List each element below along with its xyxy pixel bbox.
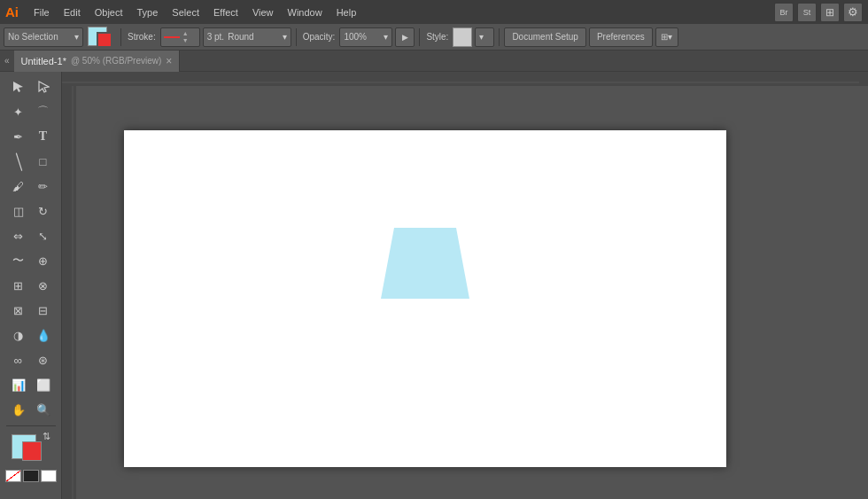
main-area: ✦ ⌒ ✒ T ╱ □ 🖌 ✏ ◫ ↻ ⇔ ⤡ 〜 ⊕ ⊞ ⊗ xyxy=(0,72,868,499)
scale-tool[interactable]: ⤡ xyxy=(32,224,55,247)
tab-title: Untitled-1* xyxy=(21,56,66,66)
opacity-selector[interactable]: 100% ▾ xyxy=(339,27,392,47)
arrange-arrange-icon[interactable]: ⊞▾ xyxy=(655,27,678,47)
svg-marker-0 xyxy=(13,82,23,92)
artboard-tool[interactable]: ⬜ xyxy=(32,373,55,396)
style-label: Style: xyxy=(424,32,450,42)
svg-marker-6 xyxy=(381,228,469,299)
tool-row-11: ◑ 💧 xyxy=(7,324,55,347)
opacity-section: Opacity: 100% ▾ ▶ xyxy=(301,27,415,47)
ruler-horizontal xyxy=(62,72,868,86)
tool-row-6: ◫ ↻ xyxy=(7,199,55,222)
opacity-value: 100% xyxy=(344,32,367,42)
pencil-tool[interactable]: ✏ xyxy=(32,175,55,198)
tab-info: @ 50% (RGB/Preview) xyxy=(71,56,161,66)
warp-tool[interactable]: 〜 xyxy=(7,249,30,272)
selection-tool[interactable] xyxy=(7,75,30,98)
stroke-color-swatch[interactable] xyxy=(97,32,112,48)
tool-row-3: ✒ T xyxy=(7,125,55,148)
selection-chevron: ▾ xyxy=(74,32,79,42)
svg-rect-2 xyxy=(62,72,868,86)
direct-selection-tool[interactable] xyxy=(32,75,55,98)
white-swatch[interactable] xyxy=(41,470,57,482)
style-swatch[interactable] xyxy=(453,27,472,47)
opacity-label: Opacity: xyxy=(301,32,337,42)
menu-view[interactable]: View xyxy=(246,5,280,19)
ruler-v-svg xyxy=(62,86,76,499)
tab-bar: « Untitled-1* @ 50% (RGB/Preview) × xyxy=(0,51,868,72)
toolbar-sep-1 xyxy=(120,28,121,46)
document-setup-button[interactable]: Document Setup xyxy=(504,27,586,47)
toolbar: No Selection ▾ Stroke: ▲▼ 3 pt. Round ▾ … xyxy=(0,24,868,51)
perspective-tool[interactable]: ⊠ xyxy=(7,299,30,322)
hand-tool[interactable]: ✋ xyxy=(7,398,30,421)
menu-effect[interactable]: Effect xyxy=(207,5,244,19)
style-selector[interactable]: ▾ xyxy=(475,27,494,47)
magic-wand-tool[interactable]: ✦ xyxy=(7,100,30,123)
stroke-size-selector[interactable]: ▲▼ xyxy=(160,27,200,47)
symbol-sprayer-tool[interactable]: ⊛ xyxy=(32,348,55,371)
black-swatch[interactable] xyxy=(23,470,39,482)
free-transform-tool[interactable]: ⊞ xyxy=(7,274,30,297)
menu-type[interactable]: Type xyxy=(131,5,165,19)
style-chevron: ▾ xyxy=(479,32,484,42)
sync-icon[interactable]: ⚙ xyxy=(843,3,863,22)
arrange-icon[interactable]: ⊞ xyxy=(820,3,840,22)
document-tab[interactable]: Untitled-1* @ 50% (RGB/Preview) × xyxy=(14,51,181,72)
ruler-h-svg xyxy=(62,72,868,86)
menu-edit[interactable]: Edit xyxy=(58,5,87,19)
swap-colors-icon[interactable]: ⇅ xyxy=(43,431,50,442)
tool-row-4: ╱ □ xyxy=(7,150,55,173)
stroke-spinner[interactable]: ▲▼ xyxy=(182,30,189,44)
menu-window[interactable]: Window xyxy=(282,5,329,19)
svg-rect-4 xyxy=(62,86,76,499)
stroke-swatch[interactable] xyxy=(22,441,42,461)
eyedropper-tool[interactable]: 💧 xyxy=(32,324,55,347)
rectangle-tool[interactable]: □ xyxy=(32,150,55,173)
mesh-tool[interactable]: ⊟ xyxy=(32,299,55,322)
tab-expand[interactable]: « xyxy=(0,56,14,66)
blend-tool[interactable]: ∞ xyxy=(7,348,30,371)
bridge-icon[interactable]: Br xyxy=(774,3,794,22)
ruler-vertical xyxy=(62,86,76,499)
svg-marker-1 xyxy=(39,82,49,92)
stroke-weight-selector[interactable]: 3 pt. Round ▾ xyxy=(203,27,291,47)
tool-row-13: 📊 ⬜ xyxy=(7,373,55,396)
canvas-body[interactable] xyxy=(62,86,868,499)
reflect-tool[interactable]: ⇔ xyxy=(7,224,30,247)
menu-select[interactable]: Select xyxy=(166,5,205,19)
toolbar-sep-4 xyxy=(499,28,500,46)
app-icon-bar: Br St ⊞ ⚙ xyxy=(774,3,863,22)
paintbrush-tool[interactable]: 🖌 xyxy=(7,175,30,198)
tool-row-14: ✋ 🔍 xyxy=(7,398,55,421)
rotate-tool[interactable]: ↻ xyxy=(32,199,55,222)
opacity-expand[interactable]: ▶ xyxy=(395,27,415,47)
preferences-button[interactable]: Preferences xyxy=(589,27,653,47)
width-tool[interactable]: ⊕ xyxy=(32,249,55,272)
stroke-style-label: Round xyxy=(228,32,253,42)
lasso-tool[interactable]: ⌒ xyxy=(32,100,55,123)
toolbox: ✦ ⌒ ✒ T ╱ □ 🖌 ✏ ◫ ↻ ⇔ ⤡ 〜 ⊕ ⊞ ⊗ xyxy=(0,72,62,499)
column-graph-tool[interactable]: 📊 xyxy=(7,373,30,396)
toolbox-color-swatches: ⇅ xyxy=(12,434,50,466)
type-tool[interactable]: T xyxy=(32,125,55,148)
selection-dropdown[interactable]: No Selection ▾ xyxy=(4,27,83,47)
no-fill-swatch[interactable] xyxy=(5,470,21,482)
tool-row-1 xyxy=(7,75,55,98)
shape-builder-tool[interactable]: ⊗ xyxy=(32,274,55,297)
zoom-tool[interactable]: 🔍 xyxy=(32,398,55,421)
eraser-tool[interactable]: ◫ xyxy=(7,199,30,222)
tool-row-12: ∞ ⊛ xyxy=(7,348,55,371)
tab-close-button[interactable]: × xyxy=(166,55,172,67)
trapezoid-shape[interactable] xyxy=(381,228,469,300)
stock-icon[interactable]: St xyxy=(797,3,817,22)
menu-object[interactable]: Object xyxy=(89,5,129,19)
tool-row-9: ⊞ ⊗ xyxy=(7,274,55,297)
gradient-tool[interactable]: ◑ xyxy=(7,324,30,347)
canvas-area[interactable] xyxy=(62,72,868,499)
line-tool[interactable]: ╱ xyxy=(2,145,35,178)
tool-row-7: ⇔ ⤡ xyxy=(7,224,55,247)
color-mode-swatches xyxy=(5,470,57,482)
menu-file[interactable]: File xyxy=(27,5,56,19)
menu-help[interactable]: Help xyxy=(330,5,363,19)
